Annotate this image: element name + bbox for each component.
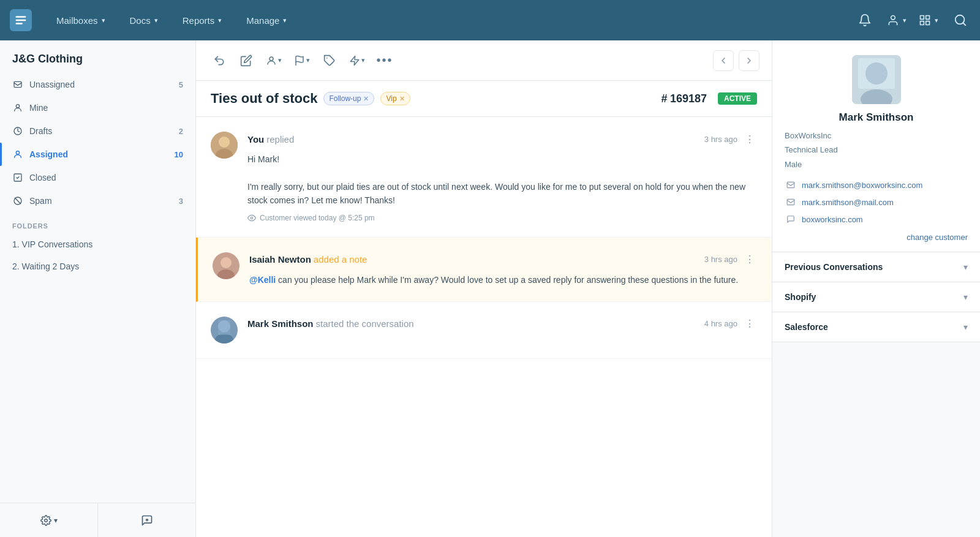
sidebar-item-drafts[interactable]: Drafts 2 [0,119,195,143]
previous-conversations-title: Previous Conversations [785,262,963,272]
sidebar-item-unassigned[interactable]: Unassigned 5 [0,73,195,96]
followup-remove-icon[interactable]: ✕ [363,95,369,103]
sidebar-nav: Unassigned 5 Mine Drafts [0,73,195,503]
assigned-count: 10 [175,150,183,159]
shopify-header[interactable]: Shopify ▾ [772,282,980,312]
action-button[interactable]: ▾ [345,50,369,72]
svg-rect-31 [218,320,230,335]
avatar [211,132,238,159]
settings-icon[interactable]: ▾ [919,10,938,30]
prev-conversation-button[interactable] [713,50,734,71]
spam-icon [12,195,23,206]
previous-conversations-header[interactable]: Previous Conversations ▾ [772,252,980,282]
message-more-icon[interactable]: ⋮ [742,317,757,331]
svg-rect-4 [921,21,924,25]
mine-label: Mine [29,103,48,113]
message-time: 3 hrs ago [704,135,737,144]
tag-button[interactable] [318,50,341,72]
sidebar-item-mine[interactable]: Mine [0,96,195,119]
sidebar-folder-waiting[interactable]: 2. Waiting 2 Days [0,255,195,277]
mine-icon [12,102,23,113]
previous-conversations-section: Previous Conversations ▾ [772,252,980,282]
nav-mailboxes[interactable]: Mailboxes ▾ [51,13,110,28]
sidebar-item-closed[interactable]: Closed [0,166,195,189]
docs-chevron-icon: ▾ [154,17,158,24]
message-body: You replied 3 hrs ago ⋮ Hi Mark! I'm rea… [247,132,757,222]
new-conversation-button[interactable] [98,503,195,537]
conversation-header: Ties out of stock Follow-up ✕ Vip ✕ # 16… [196,81,772,117]
email2-icon [785,196,797,208]
svg-point-26 [221,257,232,268]
assign-button[interactable]: ▾ [262,50,285,72]
settings-chevron-down: ▾ [54,516,58,525]
search-icon[interactable] [951,10,970,30]
salesforce-chevron-icon: ▾ [963,322,968,332]
avatar [213,252,239,279]
shopify-title: Shopify [785,292,963,302]
unassigned-label: Unassigned [29,80,75,89]
svg-line-6 [963,23,965,25]
avatar [211,317,238,344]
customer-gender: Male [785,157,968,171]
message-sender: Isaiah Newton [249,254,311,265]
message-time: 3 hrs ago [704,255,737,264]
unassigned-icon [12,79,23,90]
svg-point-14 [44,519,47,522]
customer-card: Mark Smithson BoxWorksInc Technical Lead… [772,40,980,252]
message-more-icon[interactable]: ⋮ [742,252,757,267]
nav-reports[interactable]: Reports ▾ [178,13,227,28]
change-customer-link[interactable]: change customer [907,233,968,242]
drafts-count: 2 [179,127,183,136]
salesforce-header[interactable]: Salesforce ▾ [772,312,980,342]
svg-rect-37 [787,200,794,205]
assigned-label: Assigned [29,149,68,159]
assigned-icon [12,149,23,160]
settings-button[interactable]: ▾ [0,503,97,537]
drafts-label: Drafts [29,126,52,136]
mailbox-title: J&G Clothing [0,40,195,73]
svg-line-13 [15,198,20,203]
right-panel: Mark Smithson BoxWorksInc Technical Lead… [772,40,980,537]
salesforce-title: Salesforce [785,322,963,332]
edit-button[interactable] [235,50,257,72]
more-button[interactable]: ••• [374,50,396,72]
message-item-note: Isaiah Newton added a note 3 hrs ago ⋮ @… [196,238,772,302]
message-text: @Kelli can you please help Mark while I'… [249,273,757,287]
user-avatar-icon[interactable]: ▾ [887,10,907,30]
action-chevron-icon: ▾ [361,56,365,64]
undo-button[interactable] [208,50,230,72]
message-action: replied [266,134,294,145]
sidebar: J&G Clothing Unassigned 5 Mi [0,40,196,537]
shopify-section: Shopify ▾ [772,282,980,312]
shopify-chevron-icon: ▾ [963,292,968,302]
svg-rect-3 [926,21,930,25]
svg-point-22 [219,137,230,148]
badge-followup[interactable]: Follow-up ✕ [323,92,374,105]
message-action: started the conversation [316,318,414,329]
email2-value: mark.smithson@mail.com [802,198,894,207]
message-viewed: Customer viewed today @ 5:25 pm [247,214,757,222]
assign-chevron-icon: ▾ [278,56,282,64]
spam-count: 3 [179,197,183,206]
nav-manage[interactable]: Manage ▾ [241,13,292,28]
next-conversation-button[interactable] [739,50,760,71]
app-logo [10,9,32,31]
sidebar-item-spam[interactable]: Spam 3 [0,189,195,212]
sidebar-folder-vip[interactable]: 1. VIP Conversations [0,233,195,255]
sidebar-item-assigned[interactable]: Assigned 10 [0,143,195,166]
spam-label: Spam [29,196,52,206]
topnav-right: ▾ ▾ [855,10,970,30]
closed-label: Closed [29,173,56,182]
message-header: Mark Smithson started the conversation 4… [247,317,757,331]
svg-rect-7 [14,81,21,87]
vip-remove-icon[interactable]: ✕ [399,95,405,103]
email-icon [785,179,797,191]
flag-button[interactable]: ▾ [290,50,314,72]
mention-kelli: @Kelli [249,275,276,285]
svg-point-10 [16,151,19,154]
nav-docs[interactable]: Docs ▾ [125,13,163,28]
message-more-icon[interactable]: ⋮ [742,132,757,146]
notification-bell-icon[interactable] [855,10,875,30]
contact-email1: mark.smithson@boxworksinc.com [785,179,968,191]
badge-vip[interactable]: Vip ✕ [380,92,410,105]
